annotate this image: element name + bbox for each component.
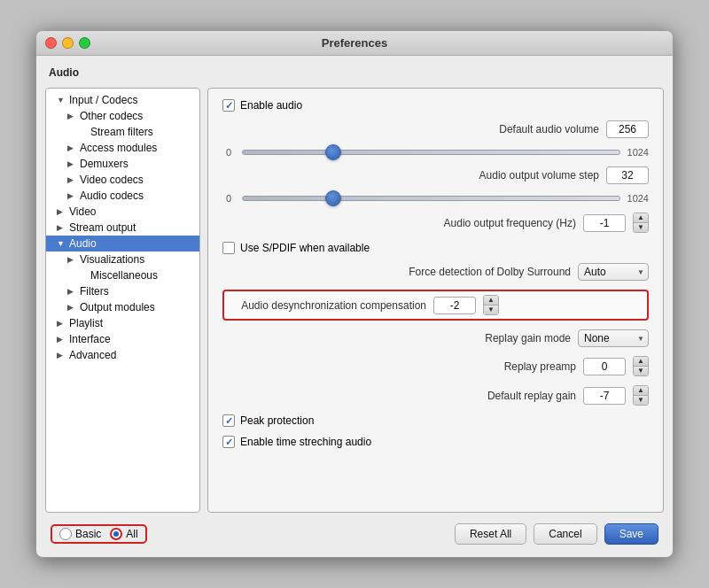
- audio-desync-input[interactable]: [433, 297, 476, 314]
- force-dolby-row: Force detection of Dolby Surround Auto: [222, 263, 649, 281]
- sidebar-item-label: Visualizations: [80, 253, 144, 266]
- stepper-down-button[interactable]: ▼: [634, 396, 648, 405]
- close-button[interactable]: [45, 37, 57, 49]
- volume-step-slider-row: 0 1024: [222, 193, 649, 204]
- slider2-max-label: 1024: [627, 193, 649, 204]
- replay-preamp-row: Replay preamp ▲ ▼: [222, 356, 649, 376]
- audio-desync-stepper[interactable]: ▲ ▼: [483, 295, 499, 315]
- peak-protection-checkbox[interactable]: [222, 414, 235, 427]
- stepper-down-button[interactable]: ▼: [634, 367, 648, 375]
- arrow-icon: ▶: [57, 207, 67, 216]
- sidebar-item-visualizations[interactable]: ▶ Visualizations: [46, 251, 199, 267]
- sidebar-item-playlist[interactable]: ▶ Playlist: [46, 315, 199, 331]
- sidebar-item-interface[interactable]: ▶ Interface: [46, 331, 199, 347]
- stepper-up-button[interactable]: ▲: [634, 357, 648, 366]
- arrow-icon: ▼: [57, 239, 67, 248]
- all-radio-label: All: [126, 528, 137, 540]
- sidebar-item-advanced[interactable]: ▶ Advanced: [46, 347, 199, 363]
- stepper-up-button[interactable]: ▲: [634, 213, 648, 222]
- slider1-min-label: 0: [222, 147, 235, 158]
- sidebar-item-video[interactable]: ▶ Video: [46, 204, 199, 220]
- arrow-icon: ▶: [57, 351, 67, 360]
- enable-time-stretch-row: Enable time streching audio: [222, 436, 649, 448]
- sidebar-item-label: Advanced: [69, 349, 116, 361]
- arrow-icon: ▶: [67, 303, 78, 312]
- action-buttons: Reset All Cancel Save: [455, 523, 658, 545]
- sidebar-item-audio[interactable]: ▼ Audio: [46, 236, 199, 251]
- sidebar-item-label: Video: [69, 205, 96, 218]
- volume-step-slider-thumb[interactable]: [325, 190, 341, 206]
- sidebar-item-access-modules[interactable]: ▶ Access modules: [46, 140, 199, 156]
- basic-radio-label: Basic: [75, 528, 101, 540]
- audio-output-volume-step-row: Audio output volume step: [222, 166, 649, 184]
- audio-output-frequency-row: Audio output frequency (Hz) ▲ ▼: [222, 213, 649, 233]
- stepper-down-button[interactable]: ▼: [634, 223, 648, 232]
- sidebar-item-demuxers[interactable]: ▶ Demuxers: [46, 156, 199, 172]
- audio-output-volume-step-input[interactable]: [606, 166, 649, 184]
- arrow-icon: ▶: [67, 175, 78, 184]
- minimize-button[interactable]: [62, 37, 74, 49]
- replay-preamp-input[interactable]: [583, 358, 626, 375]
- peak-protection-row: Peak protection: [222, 414, 649, 427]
- cancel-button[interactable]: Cancel: [534, 523, 596, 545]
- use-spdif-checkbox[interactable]: [222, 242, 235, 254]
- sidebar-item-miscellaneous[interactable]: Miscellaneous: [46, 267, 199, 283]
- section-label: Audio: [45, 65, 664, 81]
- sidebar-item-input-codecs[interactable]: ▼ Input / Codecs: [46, 92, 199, 108]
- sidebar-item-label: Stream output: [69, 221, 136, 234]
- sidebar-item-label: Audio codecs: [80, 190, 144, 202]
- all-radio-item[interactable]: All: [110, 528, 137, 540]
- default-replay-gain-stepper[interactable]: ▲ ▼: [633, 385, 649, 406]
- stepper-down-button[interactable]: ▼: [484, 306, 498, 314]
- sidebar-item-audio-codecs[interactable]: ▶ Audio codecs: [46, 188, 199, 204]
- replay-gain-mode-label: Replay gain mode: [376, 332, 571, 344]
- reset-all-button[interactable]: Reset All: [455, 523, 526, 545]
- slider1-max-label: 1024: [627, 147, 649, 158]
- use-spdif-row: Use S/PDIF when available: [222, 242, 649, 254]
- default-replay-gain-input[interactable]: [583, 387, 626, 405]
- save-button[interactable]: Save: [604, 523, 658, 545]
- enable-audio-label: Enable audio: [240, 99, 302, 112]
- default-replay-gain-row: Default replay gain ▲ ▼: [222, 385, 649, 406]
- sidebar-item-output-modules[interactable]: ▶ Output modules: [46, 299, 199, 315]
- enable-time-stretch-label: Enable time streching audio: [240, 436, 371, 448]
- sidebar-item-stream-output[interactable]: ▶ Stream output: [46, 220, 199, 236]
- sidebar: ▼ Input / Codecs ▶ Other codecs Stream f…: [45, 88, 200, 513]
- audio-output-frequency-input[interactable]: [583, 214, 626, 232]
- sidebar-item-filters[interactable]: ▶ Filters: [46, 283, 199, 299]
- stepper-up-button[interactable]: ▲: [484, 296, 498, 305]
- stepper-up-button[interactable]: ▲: [634, 386, 648, 395]
- sidebar-item-other-codecs[interactable]: ▶ Other codecs: [46, 108, 199, 124]
- sidebar-item-label: Input / Codecs: [69, 94, 137, 106]
- volume-slider-track[interactable]: [242, 150, 620, 155]
- replay-gain-mode-select[interactable]: None: [578, 329, 649, 347]
- window-title: Preferences: [322, 36, 387, 50]
- enable-time-stretch-checkbox[interactable]: [222, 436, 235, 448]
- replay-preamp-stepper[interactable]: ▲ ▼: [633, 356, 649, 376]
- sidebar-item-label: Audio: [69, 237, 97, 250]
- basic-radio-button[interactable]: [59, 528, 72, 540]
- volume-slider-thumb[interactable]: [325, 144, 341, 160]
- arrow-icon: ▶: [67, 191, 78, 200]
- main-content: ▼ Input / Codecs ▶ Other codecs Stream f…: [45, 88, 664, 513]
- title-bar: Preferences: [36, 31, 673, 56]
- bottom-bar: Basic All Reset All Cancel Save: [45, 520, 664, 548]
- enable-audio-checkbox[interactable]: [222, 99, 235, 112]
- arrow-icon: ▶: [67, 287, 78, 296]
- audio-desync-label: Audio desynchronization compensation: [231, 299, 426, 312]
- sidebar-item-label: Other codecs: [80, 110, 143, 122]
- sidebar-item-stream-filters[interactable]: Stream filters: [46, 124, 199, 140]
- audio-output-frequency-stepper[interactable]: ▲ ▼: [633, 213, 649, 233]
- replay-preamp-label: Replay preamp: [381, 360, 576, 373]
- volume-step-slider-track[interactable]: [242, 196, 620, 201]
- force-dolby-label: Force detection of Dolby Surround: [376, 266, 571, 278]
- maximize-button[interactable]: [79, 37, 90, 49]
- force-dolby-select[interactable]: Auto: [578, 263, 649, 281]
- default-audio-volume-input[interactable]: [606, 120, 649, 138]
- volume-slider-row: 0 1024: [222, 147, 649, 158]
- basic-radio-item[interactable]: Basic: [59, 528, 101, 540]
- sidebar-item-label: Stream filters: [90, 126, 153, 138]
- audio-output-volume-step-label: Audio output volume step: [404, 169, 599, 182]
- sidebar-item-video-codecs[interactable]: ▶ Video codecs: [46, 172, 199, 188]
- all-radio-button[interactable]: [110, 528, 122, 540]
